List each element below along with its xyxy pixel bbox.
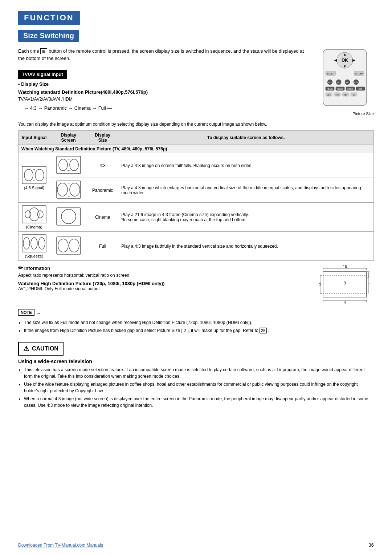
info-text-block: ✏ Information Aspect ratio represents ho… bbox=[18, 264, 312, 294]
table-row: (Cinema) Cinema Play a 21:9 image in 4:3… bbox=[19, 203, 374, 232]
svg-text:AV1: AV1 bbox=[328, 81, 332, 84]
svg-text:4: 4 bbox=[344, 301, 346, 304]
caution-triangle-icon: ⚠ bbox=[23, 345, 29, 353]
svg-text:🔊: 🔊 bbox=[353, 93, 356, 96]
watching-standard-sub: TV/AV1/AV2/AV3/AV4 /HDMI bbox=[18, 96, 309, 102]
col-description: To display suitable screen as follows. bbox=[118, 131, 374, 145]
caution-bullet-2: Use of the wide feature displaying enlar… bbox=[24, 381, 374, 394]
svg-text:OK: OK bbox=[342, 58, 348, 63]
size-switching-banner: Size Switching bbox=[18, 30, 374, 48]
input-43-signal: (4:3 Signal) bbox=[19, 153, 50, 203]
watching-hd-label: Watching High Definition Picture (720p, … bbox=[18, 281, 312, 286]
svg-rect-54 bbox=[57, 208, 81, 225]
desc-43: Play a 4:3 image on screen faithfully. B… bbox=[118, 153, 374, 178]
table-row: (4:3 Signal) 4:3 Play a 4:3 image on scr… bbox=[19, 153, 374, 178]
input-43-icon bbox=[21, 166, 47, 185]
svg-rect-40 bbox=[57, 156, 81, 174]
svg-text:9: 9 bbox=[369, 282, 370, 286]
picture-size-label: Picture Size bbox=[316, 112, 374, 116]
size-panoramic: Panoramic bbox=[87, 178, 118, 203]
size-full: Full bbox=[87, 232, 118, 261]
table-row: (Squeeze) Full Play a 4:3 image faithful… bbox=[19, 232, 374, 261]
intro-section: Each time ⊞ button of the remote control… bbox=[18, 48, 374, 117]
svg-text:SLEEP: SLEEP bbox=[327, 73, 334, 75]
input-cinema: (Cinema) bbox=[19, 203, 50, 232]
span-row-label: When Watching Standard Definition Pictur… bbox=[19, 145, 374, 153]
arrow-sequence: → 4:3 → Panoramic → Cinema → Full — bbox=[24, 105, 309, 112]
note-bullets-list: The size will fix as Full mode and not c… bbox=[24, 319, 374, 334]
svg-text:RGB: RGB bbox=[359, 88, 363, 90]
caution-bullets-list: This television has a screen mode select… bbox=[24, 366, 374, 409]
table-row: Panoramic Play a 4:3 image which enlarge… bbox=[19, 178, 374, 203]
svg-text:◀: ◀ bbox=[334, 58, 337, 62]
watching-standard-label: Watching standard Definition Picture(480… bbox=[18, 89, 309, 96]
svg-text:▼: ▼ bbox=[343, 64, 347, 68]
svg-text:▶: ▶ bbox=[352, 58, 355, 62]
screen-cinema bbox=[50, 203, 87, 232]
aspect-ratio-text: Aspect ratio represents horizontal: vert… bbox=[18, 273, 312, 278]
col-input-signal: Input Signal bbox=[19, 131, 50, 145]
note-bullet-1: The size will fix as Full mode and not c… bbox=[24, 319, 374, 326]
information-header: ✏ Information bbox=[18, 264, 312, 271]
screen-43-1 bbox=[50, 153, 87, 178]
svg-text:HDMI1: HDMI1 bbox=[327, 88, 333, 90]
svg-rect-56 bbox=[22, 235, 46, 252]
ratio-diagram: 16 16(or 21) 9 9 3 4 bbox=[319, 264, 374, 305]
caution-bullet-3: When a normal 4:3 image (not wide screen… bbox=[24, 396, 374, 409]
col-display-screen: Display Screen bbox=[50, 131, 87, 145]
svg-text:▲: ▲ bbox=[343, 52, 347, 56]
svg-rect-60 bbox=[57, 237, 81, 254]
display-size-header: Display Size bbox=[18, 81, 309, 88]
svg-text:LIST: LIST bbox=[327, 94, 331, 96]
svg-rect-35 bbox=[22, 166, 46, 184]
size-43: 4:3 bbox=[87, 153, 118, 178]
caution-label: CAUTION bbox=[32, 345, 58, 352]
svg-text:HDMI3: HDMI3 bbox=[347, 88, 353, 90]
col-display-size: Display Size bbox=[87, 131, 118, 145]
desc-panoramic: Play a 4:3 image which enlarges horizont… bbox=[118, 178, 374, 203]
svg-text:⊞: ⊞ bbox=[344, 93, 347, 96]
caution-subtitle: Using a wide-screen television bbox=[18, 358, 374, 364]
watching-hd-sub: AV1,2/HDMI: Only Full mode signal output… bbox=[18, 286, 312, 291]
svg-text:3: 3 bbox=[344, 281, 346, 285]
desc-full: Play a 4:3 image faithfully in the stand… bbox=[118, 232, 374, 261]
svg-text:9: 9 bbox=[319, 282, 321, 286]
remote-svg: OK ◀ ▶ ▲ ▼ SLEEP RETURN AV1 AV2 AV3 AV4 … bbox=[318, 48, 372, 109]
note-label: NOTE bbox=[18, 309, 34, 316]
note-section: NOTE → The size will fix as Full mode an… bbox=[18, 309, 374, 334]
info-section: ✏ Information Aspect ratio represents ho… bbox=[18, 264, 374, 305]
table-span-row: When Watching Standard Definition Pictur… bbox=[19, 145, 374, 153]
tv-signal-label: TV/AV signal input bbox=[18, 70, 67, 79]
optimum-text: You can display the image at optimum con… bbox=[18, 122, 374, 127]
remote-image: OK ◀ ▶ ▲ ▼ SLEEP RETURN AV1 AV2 AV3 AV4 … bbox=[316, 48, 374, 116]
caution-section: ⚠ CAUTION Using a wide-screen television… bbox=[18, 337, 374, 409]
svg-text:FAV: FAV bbox=[335, 94, 339, 96]
size-cinema: Cinema bbox=[87, 203, 118, 232]
screen-panoramic bbox=[50, 178, 87, 203]
footer-link[interactable]: Downloaded From TV-Manual.com Manuals bbox=[18, 543, 103, 548]
svg-text:16: 16 bbox=[343, 265, 347, 269]
desc-cinema: Play a 21:9 image in 4:3 frame (Cinema s… bbox=[118, 203, 374, 232]
note-bullet-2: If the images from High Difinition Pictu… bbox=[24, 327, 374, 334]
svg-text:AV3: AV3 bbox=[346, 81, 350, 84]
svg-text:16(or 21): 16(or 21) bbox=[369, 273, 370, 276]
svg-rect-50 bbox=[22, 206, 46, 223]
svg-text:HDMI2: HDMI2 bbox=[337, 88, 343, 90]
caution-bullet-1: This television has a screen mode select… bbox=[24, 366, 374, 380]
svg-text:RETURN: RETURN bbox=[355, 73, 364, 75]
screen-full bbox=[50, 232, 87, 261]
intro-text: Each time ⊞ button of the remote control… bbox=[18, 48, 309, 117]
function-banner: FUNCTION bbox=[18, 11, 374, 30]
display-table: Input Signal Display Screen Display Size… bbox=[18, 130, 374, 261]
page-number: 36 bbox=[369, 542, 374, 548]
svg-text:AV4: AV4 bbox=[354, 81, 359, 84]
caution-banner: ⚠ CAUTION bbox=[18, 342, 64, 356]
svg-text:AV2: AV2 bbox=[337, 81, 341, 84]
input-squeeze: (Squeeze) bbox=[19, 232, 50, 261]
